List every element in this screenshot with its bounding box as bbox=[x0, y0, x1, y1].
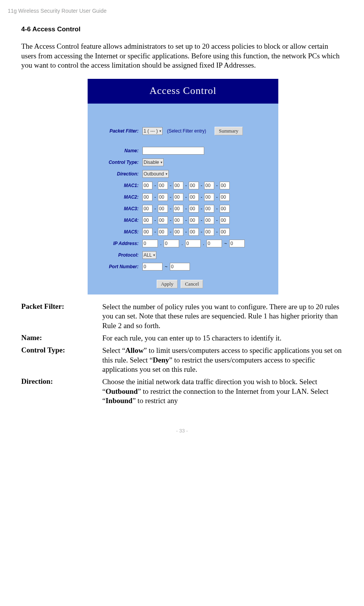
label-mac4: MAC4: bbox=[92, 218, 142, 223]
mac4-oct2[interactable]: 00 bbox=[158, 216, 168, 224]
label-mac1: MAC1: bbox=[92, 183, 142, 188]
mac5-oct1[interactable]: 00 bbox=[142, 228, 152, 236]
mac4-oct6[interactable]: 00 bbox=[220, 216, 230, 224]
label-control-type: Control Type: bbox=[92, 160, 142, 165]
mac3-oct5[interactable]: 00 bbox=[204, 205, 214, 213]
mac4-oct1[interactable]: 00 bbox=[142, 216, 152, 224]
def-desc-control-type: Select “Allow” to limit users/computers … bbox=[102, 346, 345, 374]
ip-range-end[interactable]: 0 bbox=[229, 240, 245, 247]
mac3-oct2[interactable]: 00 bbox=[158, 205, 168, 213]
access-control-screenshot: Access Control Packet Filter: 1 ( --- ) … bbox=[88, 79, 278, 294]
label-packet-filter: Packet Filter: bbox=[92, 128, 142, 134]
control-type-select[interactable]: Disable bbox=[142, 158, 164, 166]
mac4-oct3[interactable]: 00 bbox=[173, 216, 183, 224]
def-desc-direction: Choose the initial network data traffic … bbox=[102, 377, 345, 405]
mac1-oct2[interactable]: 00 bbox=[158, 182, 168, 189]
name-input[interactable] bbox=[142, 147, 204, 155]
direction-select[interactable]: Outbound bbox=[142, 170, 169, 178]
def-term-packet-filter: Packet Filter: bbox=[21, 302, 102, 330]
def-term-direction: Direction: bbox=[21, 377, 102, 405]
port-start-input[interactable]: 0 bbox=[142, 263, 163, 271]
label-port-number: Port Number: bbox=[92, 264, 142, 269]
packet-filter-hint: (Select Filter entry) bbox=[167, 128, 206, 134]
mac-separator: - bbox=[216, 183, 218, 188]
mac2-oct1[interactable]: 00 bbox=[142, 193, 152, 201]
def-term-control-type: Control Type: bbox=[21, 346, 102, 374]
def-desc-name: For each rule, you can enter up to 15 ch… bbox=[102, 334, 345, 343]
label-mac2: MAC2: bbox=[92, 194, 142, 200]
mac5-oct6[interactable]: 00 bbox=[220, 228, 230, 236]
mac5-oct4[interactable]: 00 bbox=[189, 228, 199, 236]
protocol-select[interactable]: ALL bbox=[142, 251, 156, 259]
label-mac3: MAC3: bbox=[92, 206, 142, 211]
label-ip-address: IP Address: bbox=[92, 241, 142, 246]
mac-separator: - bbox=[169, 183, 172, 188]
port-tilde: ~ bbox=[164, 264, 168, 269]
cancel-button[interactable]: Cancel bbox=[181, 280, 203, 288]
mac1-oct4[interactable]: 00 bbox=[189, 182, 199, 189]
intro-paragraph: The Access Control feature allows admini… bbox=[21, 42, 345, 70]
mac1-oct1[interactable]: 00 bbox=[142, 182, 152, 189]
mac3-oct1[interactable]: 00 bbox=[142, 205, 152, 213]
section-heading: 4-6 Access Control bbox=[21, 26, 345, 33]
ip-oct4[interactable]: 0 bbox=[207, 240, 222, 247]
mac3-oct4[interactable]: 00 bbox=[189, 205, 199, 213]
port-end-input[interactable]: 0 bbox=[170, 263, 190, 271]
def-term-name: Name: bbox=[21, 334, 102, 343]
mac3-oct3[interactable]: 00 bbox=[173, 205, 183, 213]
mac3-oct6[interactable]: 00 bbox=[220, 205, 230, 213]
mac-separator: - bbox=[185, 183, 187, 188]
mac2-oct5[interactable]: 00 bbox=[204, 193, 214, 201]
label-name: Name: bbox=[92, 148, 142, 153]
mac4-oct4[interactable]: 00 bbox=[189, 216, 199, 224]
def-desc-packet-filter: Select the number of policy rules you wa… bbox=[102, 302, 345, 330]
summary-button[interactable]: Summary bbox=[215, 127, 243, 135]
label-mac5: MAC5: bbox=[92, 229, 142, 235]
screenshot-title: Access Control bbox=[88, 79, 278, 104]
mac5-oct3[interactable]: 00 bbox=[173, 228, 183, 236]
apply-button[interactable]: Apply bbox=[157, 280, 178, 288]
label-protocol: Protocol: bbox=[92, 252, 142, 258]
doc-header: 11g Wireless Security Router User Guide bbox=[0, 0, 364, 14]
ip-dot: . bbox=[159, 241, 162, 246]
mac1-oct3[interactable]: 00 bbox=[173, 182, 183, 189]
mac-separator: - bbox=[154, 183, 156, 188]
ip-oct3[interactable]: 0 bbox=[185, 240, 201, 247]
packet-filter-select[interactable]: 1 ( --- ) bbox=[142, 127, 163, 135]
mac2-oct2[interactable]: 00 bbox=[158, 193, 168, 201]
ip-tilde: ~ bbox=[223, 241, 228, 246]
label-direction: Direction: bbox=[92, 171, 142, 177]
mac-separator: - bbox=[200, 183, 203, 188]
mac5-oct5[interactable]: 00 bbox=[204, 228, 214, 236]
mac5-oct2[interactable]: 00 bbox=[158, 228, 168, 236]
page-number: - 33 - bbox=[0, 416, 364, 441]
mac2-oct6[interactable]: 00 bbox=[220, 193, 230, 201]
ip-oct2[interactable]: 0 bbox=[164, 240, 179, 247]
mac1-oct6[interactable]: 00 bbox=[220, 182, 230, 189]
mac4-oct5[interactable]: 00 bbox=[204, 216, 214, 224]
mac2-oct4[interactable]: 00 bbox=[189, 193, 199, 201]
mac1-oct5[interactable]: 00 bbox=[204, 182, 214, 189]
mac2-oct3[interactable]: 00 bbox=[173, 193, 183, 201]
ip-oct1[interactable]: 0 bbox=[142, 240, 158, 247]
